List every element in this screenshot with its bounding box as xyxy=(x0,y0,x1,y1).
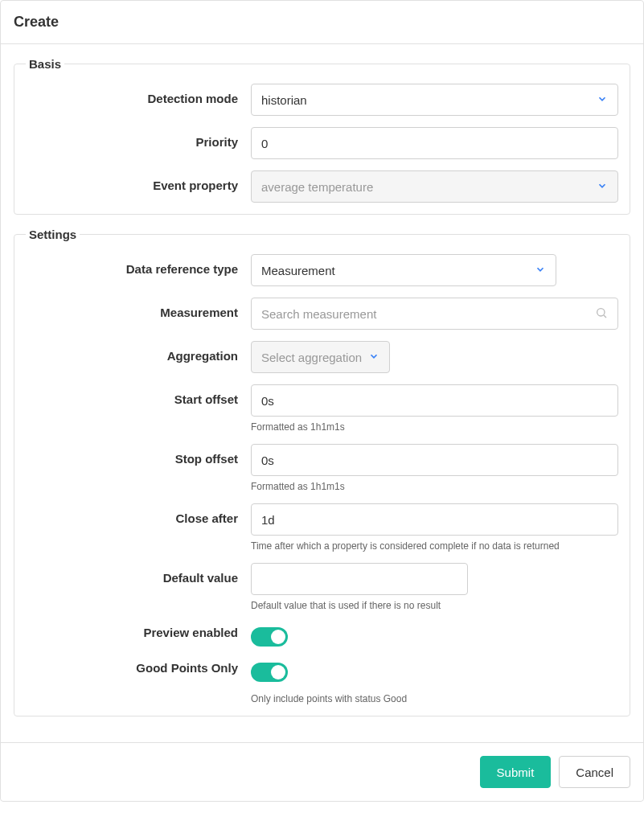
good-points-only-toggle[interactable] xyxy=(251,663,288,682)
submit-button[interactable]: Submit xyxy=(480,756,552,788)
priority-label: Priority xyxy=(26,127,251,149)
dialog-footer: Submit Cancel xyxy=(1,742,643,801)
start-offset-help: Formatted as 1h1m1s xyxy=(251,421,618,433)
data-reference-type-label: Data reference type xyxy=(26,254,251,276)
event-property-value: average temperature xyxy=(261,180,373,194)
toggle-knob xyxy=(271,630,285,644)
measurement-label: Measurement xyxy=(26,298,251,319)
svg-point-0 xyxy=(597,308,605,315)
priority-input-wrapper xyxy=(251,127,618,159)
data-reference-type-select[interactable]: Measurement xyxy=(251,254,556,286)
settings-legend: Settings xyxy=(26,228,80,241)
close-after-input[interactable] xyxy=(261,504,608,535)
settings-fieldset: Settings Data reference type Measurement… xyxy=(14,228,630,716)
close-after-help: Time after which a property is considere… xyxy=(251,540,618,552)
stop-offset-help: Formatted as 1h1m1s xyxy=(251,481,618,492)
detection-mode-value: historian xyxy=(261,93,307,107)
chevron-down-icon xyxy=(597,93,608,107)
stop-offset-row: Stop offset Formatted as 1h1m1s xyxy=(26,444,618,492)
default-value-row: Default value Default value that is used… xyxy=(26,563,618,611)
cancel-button[interactable]: Cancel xyxy=(559,756,630,788)
close-after-input-wrapper xyxy=(251,503,618,536)
event-property-select: average temperature xyxy=(251,170,618,203)
dialog-title: Create xyxy=(14,14,630,31)
start-offset-row: Start offset Formatted as 1h1m1s xyxy=(26,384,618,433)
chevron-down-icon xyxy=(368,351,379,364)
stop-offset-input[interactable] xyxy=(261,445,608,475)
priority-row: Priority xyxy=(26,127,618,159)
basis-legend: Basis xyxy=(26,57,64,71)
default-value-label: Default value xyxy=(26,563,251,585)
create-dialog: Create Basis Detection mode historian Pr… xyxy=(0,0,644,802)
detection-mode-label: Detection mode xyxy=(26,84,251,105)
default-value-help: Default value that is used if there is n… xyxy=(251,600,618,611)
good-points-only-help: Only include points with status Good xyxy=(251,693,618,704)
dialog-header: Create xyxy=(1,1,643,44)
preview-enabled-toggle[interactable] xyxy=(251,627,288,647)
preview-enabled-row: Preview enabled xyxy=(26,622,618,647)
aggregation-select: Select aggregation xyxy=(251,341,390,373)
default-value-input-wrapper xyxy=(251,563,468,595)
data-reference-type-row: Data reference type Measurement xyxy=(26,254,618,286)
measurement-row: Measurement xyxy=(26,298,618,330)
detection-mode-select[interactable]: historian xyxy=(251,84,618,116)
start-offset-label: Start offset xyxy=(26,384,251,406)
start-offset-input[interactable] xyxy=(261,385,608,416)
measurement-input-wrapper xyxy=(251,298,618,330)
measurement-input[interactable] xyxy=(261,298,589,329)
aggregation-placeholder: Select aggregation xyxy=(261,351,362,364)
close-after-row: Close after Time after which a property … xyxy=(26,503,618,552)
good-points-only-label: Good Points Only xyxy=(26,658,251,675)
chevron-down-icon xyxy=(535,264,546,277)
aggregation-row: Aggregation Select aggregation xyxy=(26,341,618,373)
event-property-row: Event property average temperature xyxy=(26,170,618,203)
chevron-down-icon xyxy=(597,180,608,194)
detection-mode-row: Detection mode historian xyxy=(26,84,618,116)
dialog-body: Basis Detection mode historian Priority xyxy=(1,44,643,742)
close-after-label: Close after xyxy=(26,503,251,525)
preview-enabled-label: Preview enabled xyxy=(26,622,251,639)
svg-line-1 xyxy=(604,315,606,318)
priority-input[interactable] xyxy=(261,128,608,158)
toggle-knob xyxy=(271,665,285,679)
default-value-input[interactable] xyxy=(261,564,457,594)
good-points-only-row: Good Points Only Only include points wit… xyxy=(26,658,618,704)
stop-offset-input-wrapper xyxy=(251,444,618,476)
event-property-label: Event property xyxy=(26,170,251,192)
data-reference-type-value: Measurement xyxy=(261,264,335,277)
stop-offset-label: Stop offset xyxy=(26,444,251,466)
basis-fieldset: Basis Detection mode historian Priority xyxy=(14,57,630,215)
aggregation-label: Aggregation xyxy=(26,341,251,363)
start-offset-input-wrapper xyxy=(251,384,618,417)
search-icon xyxy=(595,306,608,322)
